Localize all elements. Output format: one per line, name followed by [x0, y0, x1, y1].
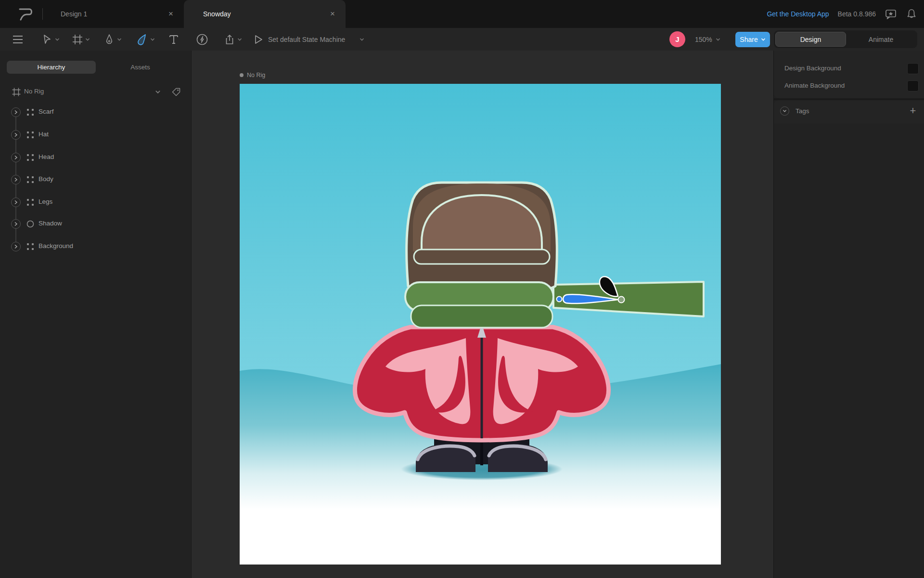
tab-snowday-close-icon[interactable]: ×	[325, 7, 340, 21]
animate-background-label: Animate Background	[784, 82, 845, 89]
share-chevron-icon	[761, 38, 766, 41]
artboard[interactable]	[240, 84, 721, 565]
rig-selector-label: No Rig	[24, 88, 44, 95]
bone-end-joint[interactable]	[618, 297, 625, 303]
expand-chevron-icon[interactable]	[11, 130, 21, 140]
logo-divider	[42, 8, 43, 20]
artboard-tool-icon[interactable]	[71, 28, 84, 51]
hamburger-menu-icon[interactable]	[11, 28, 25, 51]
design-background-swatch[interactable]	[907, 63, 919, 74]
stage-canvas[interactable]: No Rig	[192, 51, 773, 578]
hierarchy-item-legs[interactable]: Legs	[0, 197, 192, 212]
user-avatar[interactable]: J	[669, 31, 685, 47]
artboard-title[interactable]: No Rig	[240, 72, 265, 79]
tab-snowday[interactable]: Snowday ×	[184, 0, 346, 28]
state-machine-chevron-icon[interactable]	[359, 28, 365, 51]
tab-design-1[interactable]: Design 1 ×	[48, 0, 184, 28]
bone-tool-chevron-icon[interactable]	[149, 28, 156, 51]
panel-tabs: Hierarchy Assets	[7, 61, 185, 74]
expand-chevron-icon[interactable]	[11, 219, 21, 229]
pen-tool-icon[interactable]	[103, 28, 116, 51]
tags-collapse-chevron-icon[interactable]	[780, 106, 789, 116]
hierarchy-item-scarf[interactable]: Scarf	[0, 107, 192, 122]
window-tab-bar: Design 1 × Snowday × Get the Desktop App…	[0, 0, 924, 28]
feedback-icon[interactable]	[885, 8, 897, 20]
tab-hierarchy[interactable]: Hierarchy	[7, 61, 96, 74]
zoom-level-value: 150%	[695, 36, 712, 43]
tags-section: Tags +	[774, 100, 924, 123]
expand-chevron-icon[interactable]	[11, 153, 21, 162]
bone-origin-joint[interactable]	[557, 297, 562, 302]
export-share-icon[interactable]	[223, 28, 236, 51]
artwork-hat[interactable]	[407, 183, 557, 289]
get-desktop-app-link[interactable]: Get the Desktop App	[767, 10, 829, 18]
artboard-tool-chevron-icon[interactable]	[84, 28, 91, 51]
tags-label: Tags	[796, 107, 809, 115]
expand-chevron-icon[interactable]	[11, 107, 21, 117]
text-tool-icon[interactable]	[167, 28, 180, 51]
main-toolbar: Set default State Machine J 150% Share D…	[0, 28, 924, 51]
hierarchy-item-shadow[interactable]: Shadow	[0, 219, 192, 234]
hierarchy-item-body[interactable]: Body	[0, 175, 192, 189]
group-icon	[26, 176, 34, 184]
artboard-state-dot	[240, 73, 244, 77]
share-button-label: Share	[740, 36, 757, 43]
group-icon	[26, 154, 34, 161]
tab-snowday-label: Snowday	[184, 10, 325, 18]
tab-design-1-close-icon[interactable]: ×	[164, 7, 178, 21]
mode-design-segment[interactable]: Design	[775, 32, 846, 47]
events-lightning-icon[interactable]	[195, 28, 209, 51]
add-tag-button[interactable]: +	[907, 105, 919, 117]
zoom-control[interactable]: 150%	[695, 28, 720, 51]
snowday-artwork[interactable]	[240, 84, 721, 565]
design-background-row: Design Background	[774, 63, 924, 75]
play-state-machine-icon[interactable]	[252, 28, 265, 51]
tab-design-1-label: Design 1	[48, 10, 164, 18]
group-icon	[26, 243, 34, 250]
share-button[interactable]: Share	[735, 32, 770, 47]
notifications-bell-icon[interactable]	[906, 8, 917, 20]
tab-assets[interactable]: Assets	[96, 61, 185, 74]
state-machine-label: Set default State Machine	[268, 36, 345, 43]
tag-icon[interactable]	[171, 87, 181, 97]
select-tool-icon[interactable]	[40, 28, 54, 51]
hat-brim	[414, 250, 550, 264]
rig-chevron-icon[interactable]	[155, 90, 161, 94]
zoom-chevron-icon	[716, 38, 720, 41]
inspector-panel: Design Background Animate Background Tag…	[773, 51, 924, 578]
rive-logo[interactable]	[16, 6, 36, 22]
topbar-right-group: Get the Desktop App Beta 0.8.986	[767, 0, 917, 28]
mode-toggle: Design Animate	[774, 30, 917, 48]
group-icon	[26, 198, 34, 206]
bone-tool-icon-selected[interactable]	[135, 28, 149, 51]
group-icon	[26, 131, 34, 139]
expand-chevron-icon[interactable]	[11, 175, 21, 184]
select-tool-chevron-icon[interactable]	[54, 28, 61, 51]
hierarchy-panel: Hierarchy Assets No Rig Scarf Hat Head B…	[0, 51, 192, 578]
expand-chevron-icon[interactable]	[11, 242, 21, 251]
mode-animate-segment[interactable]: Animate	[846, 32, 916, 47]
hierarchy-item-background[interactable]: Background	[0, 242, 192, 256]
expand-chevron-icon[interactable]	[11, 197, 21, 207]
hierarchy-item-head[interactable]: Head	[0, 153, 192, 167]
group-icon	[26, 108, 34, 116]
beta-version-label: Beta 0.8.986	[838, 10, 876, 18]
animate-background-swatch[interactable]	[907, 80, 919, 92]
artwork-scarf[interactable]	[405, 282, 553, 328]
state-machine-selector[interactable]: Set default State Machine	[268, 28, 345, 51]
export-chevron-icon[interactable]	[236, 28, 243, 51]
design-background-label: Design Background	[784, 65, 841, 72]
pen-tool-chevron-icon[interactable]	[116, 28, 123, 51]
artboard-title-label: No Rig	[247, 72, 265, 79]
rig-selector-row[interactable]: No Rig	[0, 85, 192, 99]
artboard-icon	[12, 87, 21, 97]
hierarchy-item-hat[interactable]: Hat	[0, 130, 192, 144]
animate-background-row: Animate Background	[774, 80, 924, 92]
ellipse-icon	[26, 220, 34, 228]
inspector-background-section: Design Background Animate Background	[774, 51, 924, 98]
